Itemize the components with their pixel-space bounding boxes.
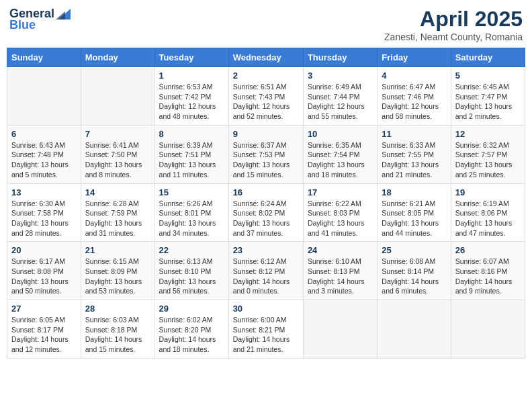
day-info: Sunrise: 6:53 AMSunset: 7:42 PMDaylight:… xyxy=(159,82,224,122)
day-info: Sunrise: 6:26 AMSunset: 8:01 PMDaylight:… xyxy=(159,199,224,238)
day-number: 7 xyxy=(85,129,150,139)
page-header: General Blue April 2025 Zanesti, Neamt C… xyxy=(7,7,525,42)
calendar-header-row: SundayMondayTuesdayWednesdayThursdayFrid… xyxy=(7,48,525,67)
day-info: Sunrise: 6:41 AMSunset: 7:50 PMDaylight:… xyxy=(85,140,150,180)
calendar-cell: 3Sunrise: 6:49 AMSunset: 7:44 PMDaylight… xyxy=(303,67,377,126)
calendar-cell: 5Sunrise: 6:45 AMSunset: 7:47 PMDaylight… xyxy=(451,67,525,126)
day-info: Sunrise: 6:51 AMSunset: 7:43 PMDaylight:… xyxy=(233,82,299,122)
logo-icon xyxy=(56,9,71,19)
day-number: 4 xyxy=(382,71,446,81)
day-number: 14 xyxy=(85,187,150,197)
calendar-week-row: 6Sunrise: 6:43 AMSunset: 7:48 PMDaylight… xyxy=(7,125,525,183)
weekday-header: Wednesday xyxy=(228,48,303,67)
day-info: Sunrise: 6:13 AMSunset: 8:10 PMDaylight:… xyxy=(159,257,224,296)
day-info: Sunrise: 6:33 AMSunset: 7:55 PMDaylight:… xyxy=(382,140,446,180)
day-number: 27 xyxy=(11,304,77,314)
logo: General Blue xyxy=(9,7,71,32)
logo-blue-text: Blue xyxy=(9,18,36,32)
day-info: Sunrise: 6:02 AMSunset: 8:20 PMDaylight:… xyxy=(159,315,224,355)
day-info: Sunrise: 6:39 AMSunset: 7:51 PMDaylight:… xyxy=(159,140,224,180)
calendar-week-row: 20Sunrise: 6:17 AMSunset: 8:08 PMDayligh… xyxy=(7,242,525,300)
calendar-cell: 19Sunrise: 6:19 AMSunset: 8:06 PMDayligh… xyxy=(451,183,525,242)
calendar-cell: 17Sunrise: 6:22 AMSunset: 8:03 PMDayligh… xyxy=(303,183,377,242)
calendar-cell: 13Sunrise: 6:30 AMSunset: 7:58 PMDayligh… xyxy=(7,183,81,242)
calendar-cell xyxy=(378,300,451,359)
day-number: 9 xyxy=(233,129,299,139)
month-title: April 2025 xyxy=(384,7,523,32)
calendar-cell: 27Sunrise: 6:05 AMSunset: 8:17 PMDayligh… xyxy=(7,300,81,359)
day-number: 18 xyxy=(382,187,446,197)
calendar-cell: 6Sunrise: 6:43 AMSunset: 7:48 PMDaylight… xyxy=(7,125,81,183)
calendar-cell: 30Sunrise: 6:00 AMSunset: 8:21 PMDayligh… xyxy=(228,300,303,359)
calendar-cell: 22Sunrise: 6:13 AMSunset: 8:10 PMDayligh… xyxy=(154,242,228,300)
day-info: Sunrise: 6:35 AMSunset: 7:54 PMDaylight:… xyxy=(308,140,373,180)
day-info: Sunrise: 6:19 AMSunset: 8:06 PMDaylight:… xyxy=(455,199,521,238)
day-info: Sunrise: 6:30 AMSunset: 7:58 PMDaylight:… xyxy=(11,199,77,238)
weekday-header: Saturday xyxy=(451,48,525,67)
title-section: April 2025 Zanesti, Neamt County, Romani… xyxy=(384,7,523,42)
day-number: 1 xyxy=(159,71,224,81)
day-number: 13 xyxy=(11,187,77,197)
day-number: 26 xyxy=(455,245,521,255)
calendar-cell: 8Sunrise: 6:39 AMSunset: 7:51 PMDaylight… xyxy=(154,125,228,183)
calendar-cell: 10Sunrise: 6:35 AMSunset: 7:54 PMDayligh… xyxy=(303,125,377,183)
day-info: Sunrise: 6:21 AMSunset: 8:05 PMDaylight:… xyxy=(382,199,446,238)
day-info: Sunrise: 6:15 AMSunset: 8:09 PMDaylight:… xyxy=(85,257,150,296)
day-info: Sunrise: 6:17 AMSunset: 8:08 PMDaylight:… xyxy=(11,257,77,296)
calendar-cell: 20Sunrise: 6:17 AMSunset: 8:08 PMDayligh… xyxy=(7,242,81,300)
calendar-cell: 26Sunrise: 6:07 AMSunset: 8:16 PMDayligh… xyxy=(451,242,525,300)
day-number: 12 xyxy=(455,129,521,139)
calendar-cell: 16Sunrise: 6:24 AMSunset: 8:02 PMDayligh… xyxy=(228,183,303,242)
day-info: Sunrise: 6:22 AMSunset: 8:03 PMDaylight:… xyxy=(308,199,373,238)
calendar-cell xyxy=(303,300,377,359)
calendar-cell: 2Sunrise: 6:51 AMSunset: 7:43 PMDaylight… xyxy=(228,67,303,126)
day-number: 10 xyxy=(308,129,373,139)
calendar-cell: 7Sunrise: 6:41 AMSunset: 7:50 PMDaylight… xyxy=(81,125,154,183)
day-number: 21 xyxy=(85,245,150,255)
day-number: 6 xyxy=(11,129,77,139)
calendar-cell: 24Sunrise: 6:10 AMSunset: 8:13 PMDayligh… xyxy=(303,242,377,300)
calendar-cell: 29Sunrise: 6:02 AMSunset: 8:20 PMDayligh… xyxy=(154,300,228,359)
day-number: 2 xyxy=(233,71,299,81)
calendar-cell: 15Sunrise: 6:26 AMSunset: 8:01 PMDayligh… xyxy=(154,183,228,242)
day-info: Sunrise: 6:00 AMSunset: 8:21 PMDaylight:… xyxy=(233,315,299,355)
calendar-cell: 9Sunrise: 6:37 AMSunset: 7:53 PMDaylight… xyxy=(228,125,303,183)
calendar-cell: 14Sunrise: 6:28 AMSunset: 7:59 PMDayligh… xyxy=(81,183,154,242)
day-number: 5 xyxy=(455,71,521,81)
calendar-cell: 23Sunrise: 6:12 AMSunset: 8:12 PMDayligh… xyxy=(228,242,303,300)
calendar-cell xyxy=(7,67,81,126)
day-number: 28 xyxy=(85,304,150,314)
calendar-cell xyxy=(451,300,525,359)
weekday-header: Monday xyxy=(81,48,154,67)
day-info: Sunrise: 6:32 AMSunset: 7:57 PMDaylight:… xyxy=(455,140,521,180)
weekday-header: Sunday xyxy=(7,48,81,67)
location: Zanesti, Neamt County, Romania xyxy=(384,32,523,42)
day-number: 24 xyxy=(308,245,373,255)
day-info: Sunrise: 6:07 AMSunset: 8:16 PMDaylight:… xyxy=(455,257,521,296)
weekday-header: Friday xyxy=(378,48,451,67)
day-info: Sunrise: 6:45 AMSunset: 7:47 PMDaylight:… xyxy=(455,82,521,122)
day-number: 29 xyxy=(159,304,224,314)
day-number: 25 xyxy=(382,245,446,255)
calendar-week-row: 1Sunrise: 6:53 AMSunset: 7:42 PMDaylight… xyxy=(7,67,525,126)
day-info: Sunrise: 6:05 AMSunset: 8:17 PMDaylight:… xyxy=(11,315,77,355)
day-number: 30 xyxy=(233,304,299,314)
day-number: 3 xyxy=(308,71,373,81)
day-info: Sunrise: 6:47 AMSunset: 7:46 PMDaylight:… xyxy=(382,82,446,122)
day-number: 22 xyxy=(159,245,224,255)
calendar-cell xyxy=(81,67,154,126)
weekday-header: Tuesday xyxy=(154,48,228,67)
svg-marker-1 xyxy=(56,11,65,19)
day-info: Sunrise: 6:49 AMSunset: 7:44 PMDaylight:… xyxy=(308,82,373,122)
day-number: 16 xyxy=(233,187,299,197)
day-number: 20 xyxy=(11,245,77,255)
day-info: Sunrise: 6:37 AMSunset: 7:53 PMDaylight:… xyxy=(233,140,299,180)
calendar-week-row: 27Sunrise: 6:05 AMSunset: 8:17 PMDayligh… xyxy=(7,300,525,359)
calendar-cell: 1Sunrise: 6:53 AMSunset: 7:42 PMDaylight… xyxy=(154,67,228,126)
day-number: 19 xyxy=(455,187,521,197)
day-info: Sunrise: 6:12 AMSunset: 8:12 PMDaylight:… xyxy=(233,257,299,296)
weekday-header: Thursday xyxy=(303,48,377,67)
calendar-cell: 25Sunrise: 6:08 AMSunset: 8:14 PMDayligh… xyxy=(378,242,451,300)
day-number: 17 xyxy=(308,187,373,197)
calendar-table: SundayMondayTuesdayWednesdayThursdayFrid… xyxy=(7,48,525,359)
